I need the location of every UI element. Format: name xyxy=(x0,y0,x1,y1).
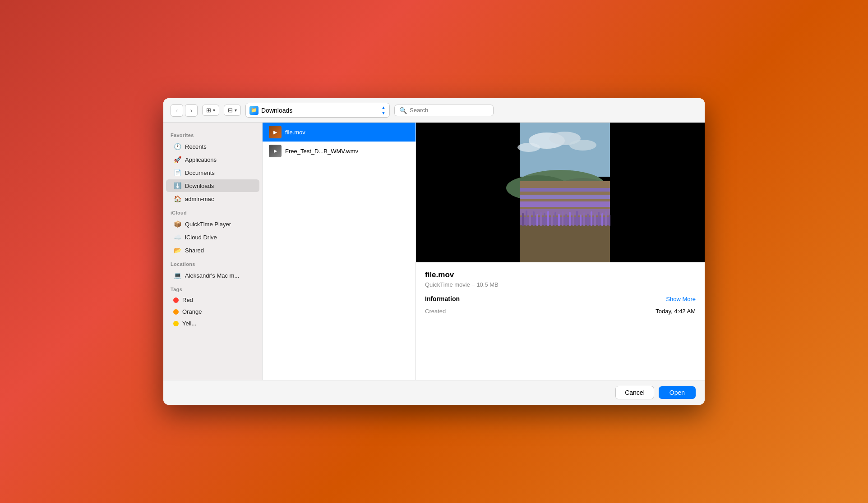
svg-rect-37 xyxy=(594,214,596,226)
svg-rect-24 xyxy=(547,211,549,226)
column-view-button[interactable]: ⊞ ▾ xyxy=(202,105,219,116)
svg-rect-33 xyxy=(580,215,582,226)
sidebar-label-icloud-drive: iCloud Drive xyxy=(185,234,217,241)
sidebar-label-downloads: Downloads xyxy=(185,183,214,189)
downloads-icon: ⬇️ xyxy=(173,182,181,190)
svg-rect-35 xyxy=(587,214,589,226)
svg-rect-39 xyxy=(601,213,603,226)
sidebar-label-recents: Recents xyxy=(185,143,207,150)
location-bar[interactable]: 📁 Downloads ▲ ▼ xyxy=(245,103,390,118)
sidebar-item-tag-red[interactable]: Red xyxy=(166,294,259,306)
svg-rect-34 xyxy=(583,212,585,226)
sidebar-label-yellow: Yell... xyxy=(182,320,196,327)
tag-yellow-dot xyxy=(173,321,179,326)
created-value: Today, 4:42 AM xyxy=(656,308,696,315)
sidebar-item-recents[interactable]: 🕐 Recents xyxy=(166,140,259,153)
svg-rect-36 xyxy=(591,211,592,226)
sidebar-label-red: Red xyxy=(182,297,193,303)
svg-rect-11 xyxy=(520,188,610,192)
column-view-icon: ⊞ xyxy=(206,107,211,114)
sidebar-item-applications[interactable]: 🚀 Applications xyxy=(166,153,259,166)
nav-buttons: ‹ › xyxy=(171,104,198,117)
sidebar-item-icloud-drive[interactable]: ☁️ iCloud Drive xyxy=(166,231,259,243)
sidebar-item-downloads[interactable]: ⬇️ Downloads xyxy=(166,179,259,192)
sidebar-item-documents[interactable]: 📄 Documents xyxy=(166,166,259,179)
preview-panel: file.mov QuickTime movie – 10.5 MB Infor… xyxy=(416,123,705,380)
svg-rect-28 xyxy=(562,211,563,226)
search-input[interactable] xyxy=(410,107,489,114)
locations-header: Locations xyxy=(163,257,262,269)
search-icon: 🔍 xyxy=(399,107,407,114)
file-item-mov[interactable]: ▶ file.mov xyxy=(263,123,416,142)
location-stepper[interactable]: ▲ ▼ xyxy=(381,105,386,115)
sidebar-label-mac: Aleksandr's Mac m... xyxy=(185,272,239,279)
cancel-button[interactable]: Cancel xyxy=(615,386,654,399)
svg-rect-12 xyxy=(520,195,610,199)
sidebar-label-applications: Applications xyxy=(185,156,217,163)
info-title: Information xyxy=(425,295,460,302)
file-icon-wmv: ▶ xyxy=(269,145,282,157)
svg-rect-31 xyxy=(573,213,574,226)
forward-icon: › xyxy=(190,107,193,114)
column-view-chevron: ▾ xyxy=(213,108,215,113)
search-bar[interactable]: 🔍 xyxy=(394,105,494,116)
toolbar: ‹ › ⊞ ▾ ⊟ ▾ 📁 Downloads ▲ ▼ 🔍 xyxy=(163,98,705,123)
quicktime-icon: 📦 xyxy=(173,220,181,228)
svg-rect-27 xyxy=(558,214,560,226)
svg-rect-30 xyxy=(569,212,571,226)
icon-view-icon: ⊟ xyxy=(228,107,233,114)
svg-rect-26 xyxy=(554,212,556,226)
sidebar-item-tag-orange[interactable]: Orange xyxy=(166,306,259,317)
documents-icon: 📄 xyxy=(173,169,181,177)
icon-view-chevron: ▾ xyxy=(235,108,237,113)
sidebar-item-shared[interactable]: 📂 Shared xyxy=(166,244,259,256)
svg-rect-40 xyxy=(605,211,607,226)
icloud-header: iCloud xyxy=(163,206,262,217)
tag-orange-dot xyxy=(173,309,179,315)
home-icon: 🏠 xyxy=(173,195,181,203)
applications-icon: 🚀 xyxy=(173,155,181,164)
sidebar-label-quicktime: QuickTime Player xyxy=(185,221,231,228)
svg-rect-38 xyxy=(598,212,600,226)
icon-view-button[interactable]: ⊟ ▾ xyxy=(224,105,241,116)
svg-rect-23 xyxy=(544,213,545,226)
svg-rect-21 xyxy=(536,214,538,226)
main-content: Favorites 🕐 Recents 🚀 Applications 📄 Doc… xyxy=(163,123,705,380)
preview-type: QuickTime movie – 10.5 MB xyxy=(425,281,696,288)
sidebar-label-documents: Documents xyxy=(185,169,215,176)
show-more-button[interactable]: Show More xyxy=(666,296,696,302)
file-name-wmv: Free_Test_D...B_WMV.wmv xyxy=(285,148,358,155)
sidebar-item-quicktime[interactable]: 📦 QuickTime Player xyxy=(166,218,259,230)
preview-image-svg xyxy=(416,123,705,262)
back-icon: ‹ xyxy=(176,107,178,114)
sidebar-item-tag-yellow[interactable]: Yell... xyxy=(166,318,259,329)
svg-rect-17 xyxy=(522,213,524,226)
recents-icon: 🕐 xyxy=(173,142,181,151)
location-folder-icon: 📁 xyxy=(249,106,259,115)
file-item-wmv[interactable]: ▶ Free_Test_D...B_WMV.wmv xyxy=(263,142,416,160)
file-open-dialog: ‹ › ⊞ ▾ ⊟ ▾ 📁 Downloads ▲ ▼ 🔍 xyxy=(163,98,705,405)
file-list: ▶ file.mov ▶ Free_Test_D...B_WMV.wmv xyxy=(263,123,416,380)
sidebar-label-shared: Shared xyxy=(185,247,204,254)
sidebar-label-orange: Orange xyxy=(182,308,202,315)
back-button[interactable]: ‹ xyxy=(171,104,183,117)
sidebar-item-mac[interactable]: 💻 Aleksandr's Mac m... xyxy=(166,269,259,282)
location-up-arrow: ▲ xyxy=(381,105,386,110)
svg-rect-19 xyxy=(529,214,531,226)
file-name-mov: file.mov xyxy=(285,129,305,136)
svg-rect-29 xyxy=(565,214,567,226)
info-row-created: Created Today, 4:42 AM xyxy=(425,306,696,316)
svg-rect-41 xyxy=(609,215,610,226)
sidebar-item-admin-mac[interactable]: 🏠 admin-mac xyxy=(166,192,259,205)
created-label: Created xyxy=(425,308,446,315)
location-text: Downloads xyxy=(261,107,379,114)
forward-button[interactable]: › xyxy=(185,104,198,117)
icloud-drive-icon: ☁️ xyxy=(173,233,181,241)
svg-rect-32 xyxy=(576,211,578,226)
tags-header: Tags xyxy=(163,282,262,294)
favorites-header: Favorites xyxy=(163,128,262,140)
svg-rect-16 xyxy=(520,225,610,262)
svg-rect-20 xyxy=(533,211,535,226)
open-button[interactable]: Open xyxy=(659,386,696,399)
tag-red-dot xyxy=(173,297,179,303)
